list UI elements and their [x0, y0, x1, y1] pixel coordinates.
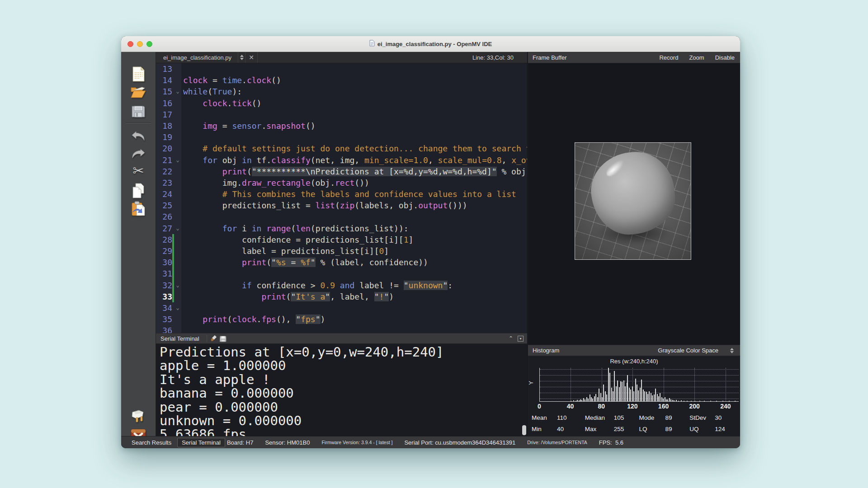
- fold-arrow-icon[interactable]: ⌄: [174, 155, 181, 166]
- code-line[interactable]: 21⌄ for obj in tf.classify(net, img, min…: [156, 155, 527, 166]
- histogram-bar: [608, 368, 609, 401]
- fold-arrow-icon[interactable]: ⌄: [174, 280, 181, 291]
- terminal-line: Predictions at [x=0,y=0,w=240,h=240]: [160, 345, 527, 359]
- code-line[interactable]: 33 print("It's a", label, "!"): [156, 291, 527, 302]
- frame-buffer-view[interactable]: [528, 63, 740, 345]
- code-line[interactable]: 14clock = time.clock(): [156, 75, 527, 86]
- cursor-position: Line: 33,Col: 30: [472, 54, 514, 61]
- histogram-bar: [646, 392, 647, 401]
- status-search-results[interactable]: Search Results: [127, 438, 175, 447]
- redo-button[interactable]: [130, 145, 147, 163]
- fold-gutter: [174, 177, 181, 188]
- stat-mean: Mean110: [532, 414, 585, 421]
- connect-button[interactable]: [130, 408, 147, 425]
- histogram-bar: [674, 400, 675, 401]
- tab-switch-stepper[interactable]: [238, 52, 245, 63]
- titlebar[interactable]: ei_image_classification.py - OpenMV IDE: [121, 36, 740, 52]
- fold-arrow-icon[interactable]: ⌄: [174, 86, 181, 97]
- zoom-button[interactable]: Zoom: [689, 54, 704, 61]
- paste-button[interactable]: [130, 200, 147, 217]
- histogram-bar: [599, 389, 599, 401]
- fold-gutter: [174, 63, 181, 75]
- code-line[interactable]: 29 label = predictions_list[i][0]: [156, 245, 527, 257]
- histogram-bar: [581, 400, 582, 401]
- tab-close-button[interactable]: ✕: [245, 52, 258, 63]
- code-line[interactable]: 15⌄while(True):: [156, 86, 527, 97]
- clear-terminal-button[interactable]: [210, 334, 219, 343]
- code-line[interactable]: 26: [156, 211, 527, 222]
- copy-button[interactable]: [130, 182, 147, 199]
- stat-lq: LQ89: [639, 426, 689, 432]
- histogram-bar: [649, 391, 650, 401]
- stat-uq: UQ124: [689, 426, 739, 432]
- record-button[interactable]: Record: [659, 54, 678, 61]
- histogram-bar: [638, 390, 639, 401]
- tab-ei-image-classification[interactable]: ei_image_classification.py: [156, 52, 238, 63]
- histogram-bar: [602, 397, 603, 401]
- colorspace-select[interactable]: Grayscale Color Space: [658, 347, 718, 354]
- serial-terminal-output[interactable]: Predictions at [x=0,y=0,w=240,h=240]appl…: [156, 344, 527, 436]
- histogram-bar: [614, 371, 615, 401]
- status-serial-terminal[interactable]: Serial Terminal: [177, 438, 225, 447]
- code-line[interactable]: 28 confidence = predictions_list[i][1]: [156, 234, 527, 245]
- histogram-title: Histogram: [528, 347, 559, 354]
- stepper-up-icon: [730, 348, 734, 350]
- histogram-bar: [729, 401, 730, 401]
- code-line[interactable]: 22 print("**********\nPredictions at [x=…: [156, 166, 527, 177]
- code-line[interactable]: 23 img.draw_rectangle(obj.rect()): [156, 177, 527, 188]
- histogram-bar: [687, 401, 688, 401]
- x-tick-label: 160: [658, 403, 669, 410]
- code-line[interactable]: 25 predictions_list = list(zip(labels, o…: [156, 200, 527, 211]
- histogram-bar: [652, 395, 653, 401]
- gridline-horizontal: [540, 381, 739, 381]
- fold-gutter: [174, 98, 181, 109]
- frame-buffer-header: Frame Buffer Record Zoom Disable: [528, 52, 740, 63]
- histogram-bar: [576, 401, 576, 401]
- open-file-button[interactable]: [130, 84, 147, 101]
- status-bar: Search ResultsSerial TerminalBoard: H7Se…: [121, 436, 740, 448]
- code-editor[interactable]: 1314clock = time.clock()15⌄while(True):1…: [156, 63, 527, 333]
- undo-button[interactable]: [130, 128, 147, 145]
- code-line[interactable]: 20 # default settings just do one detect…: [156, 143, 527, 154]
- histogram-bar: [627, 375, 628, 401]
- terminal-scrollbar[interactable]: [522, 344, 527, 436]
- cut-button[interactable]: ✂: [130, 162, 147, 179]
- save-log-button[interactable]: [219, 334, 228, 343]
- terminal-line: banana = 0.000000: [160, 386, 527, 400]
- histogram-bar: [716, 401, 717, 401]
- gridline-vertical: [694, 368, 695, 401]
- code-line[interactable]: 32⌄ if confidence > 0.9 and label != "un…: [156, 280, 527, 291]
- code-line[interactable]: 35 print(clock.fps(), "fps"): [156, 314, 527, 325]
- fold-arrow-icon[interactable]: ⌄: [174, 223, 181, 234]
- code-line[interactable]: 27⌄ for i in range(len(predictions_list)…: [156, 223, 527, 234]
- code-line[interactable]: 24 # This combines the labels and confid…: [156, 188, 527, 200]
- collapse-panel-button[interactable]: ⌃: [509, 335, 513, 342]
- histogram-bar: [623, 380, 624, 401]
- code-line[interactable]: 30 print("%s = %f" % (label, confidence)…: [156, 257, 527, 268]
- scrollbar-thumb[interactable]: [522, 425, 526, 435]
- histogram-bar: [617, 380, 618, 401]
- save-file-button[interactable]: [130, 103, 147, 120]
- serial-terminal-header: Serial Terminal ⌃ ▾: [156, 333, 527, 344]
- histogram-bar: [735, 401, 736, 401]
- terminal-line: 5.63686 fps: [160, 427, 527, 436]
- fold-arrow-icon[interactable]: ⌄: [174, 302, 181, 314]
- code-line[interactable]: 19: [156, 131, 527, 143]
- code-line[interactable]: 16 clock.tick(): [156, 98, 527, 109]
- stat-stdev: StDev30: [689, 414, 739, 421]
- code-line[interactable]: 18 img = sensor.snapshot(): [156, 120, 527, 131]
- panel-menu-button[interactable]: ▾: [518, 336, 524, 342]
- histogram-bar: [625, 386, 626, 401]
- disable-button[interactable]: Disable: [715, 54, 735, 61]
- histogram-bar: [691, 401, 692, 401]
- code-line[interactable]: 13: [156, 63, 527, 75]
- histogram-bar: [666, 399, 667, 401]
- code-line[interactable]: 17: [156, 109, 527, 120]
- histogram-bar: [643, 389, 644, 401]
- code-line[interactable]: 31: [156, 268, 527, 279]
- histogram-bar: [629, 388, 630, 401]
- code-line[interactable]: 36: [156, 325, 527, 333]
- code-line[interactable]: 34⌄: [156, 302, 527, 314]
- new-file-button[interactable]: [130, 66, 147, 83]
- colorspace-stepper[interactable]: [728, 348, 736, 353]
